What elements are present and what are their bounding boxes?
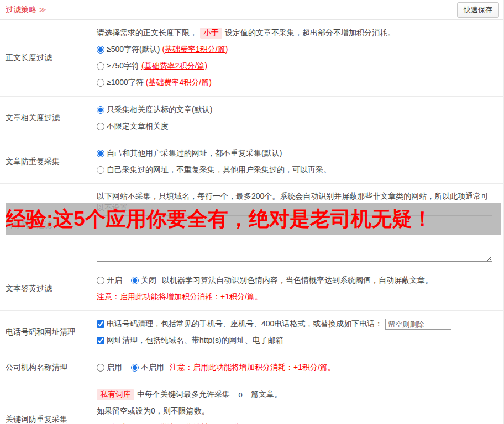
phone-clean-option[interactable]: 电话号码清理，包括常见的手机号、座机号、400电话格式，或替换成如下电话：	[97, 319, 382, 329]
row-dedup-filter: 文章防重复采集 自己和其他用户采集过的网址，都不重复采集(默认) 自己采集过的网…	[0, 140, 503, 184]
keyword-dedup-line1-text: 中每个关键词最多允许采集	[137, 390, 230, 400]
company-clean-note: 注意：启用此功能将增加积分消耗：+1积分/篇。	[170, 363, 335, 373]
less-than-tag: 小于	[200, 28, 222, 39]
url-clean-option[interactable]: 网址清理，包括纯域名、带http(s)的网址、电子邮箱	[97, 336, 284, 346]
porn-filter-note: 注意：启用此功能将增加积分消耗：+1积分/篇。	[97, 289, 498, 305]
relevance-radio-strict[interactable]	[97, 106, 104, 114]
dedup-option-global-label: 自己和其他用户采集过的网址，都不重复采集(默认)	[107, 149, 282, 158]
length-option-750[interactable]: ≥750字符 (基础费率2积分/篇)	[97, 58, 498, 75]
relevance-filter-label: 文章相关度过滤	[0, 97, 97, 140]
dedup-filter-content: 自己和其他用户采集过的网址，都不重复采集(默认) 自己采集过的网址，不重复采集，…	[97, 140, 503, 183]
porn-radio-on[interactable]	[97, 277, 104, 284]
porn-option-off-label: 关闭	[141, 275, 156, 285]
intro-prefix: 请选择需求的正文长度下限，	[97, 28, 197, 38]
row-keyword-dedup: 关键词防重复采集 私有词库 中每个关键词最多允许采集 篇文章。 如果留空或设为0…	[0, 381, 503, 424]
relevance-option-any[interactable]: 不限定文章相关度	[97, 118, 498, 135]
row-url-blacklist: 目标网址过滤 以下网站不采集，只填域名，每行一个，最多200个。系统会自动识别并…	[0, 184, 503, 267]
company-clean-label: 公司机构名称清理	[0, 354, 97, 381]
phone-clean-checkbox[interactable]	[97, 320, 104, 328]
length-option-1000-label: ≥1000字符	[107, 78, 144, 88]
ad-overlay-banner[interactable]: 经验:这5个应用你要全有，绝对是老司机无疑！	[6, 203, 501, 235]
company-clean-radio-enable[interactable]	[97, 364, 104, 372]
length-radio-750[interactable]	[97, 62, 104, 70]
company-clean-option-disable[interactable]: 不启用	[131, 363, 164, 373]
phone-url-clean-label: 电话号码和网址清理	[0, 311, 97, 354]
keyword-count-input[interactable]	[233, 390, 248, 400]
length-option-1000-fee: (基础费率4积分/篇)	[146, 78, 212, 88]
quick-save-button[interactable]: 快速保存	[457, 2, 499, 18]
page-title: 过滤策略 ≫	[6, 5, 46, 15]
dedup-filter-label: 文章防重复采集	[0, 140, 97, 183]
dedup-option-self-label: 自己采集过的网址，不重复采集，其他用户采集过的，可以再采。	[107, 165, 331, 175]
row-length-filter: 正文长度过滤 请选择需求的正文长度下限， 小于 设定值的文章不采集，超出部分不增…	[0, 20, 503, 97]
relevance-option-any-label: 不限定文章相关度	[107, 121, 169, 131]
company-clean-options: 启用 不启用 注意：启用此功能将增加积分消耗：+1积分/篇。	[97, 359, 498, 376]
length-option-1000[interactable]: ≥1000字符 (基础费率4积分/篇)	[97, 75, 498, 91]
length-filter-label: 正文长度过滤	[0, 20, 97, 96]
relevance-filter-content: 只采集相关度达标的文章(默认) 不限定文章相关度	[97, 97, 503, 140]
keyword-dedup-line1-suffix: 篇文章。	[251, 390, 282, 400]
company-clean-enable-label: 启用	[107, 363, 122, 373]
company-clean-radio-disable[interactable]	[131, 364, 139, 372]
length-radio-500[interactable]	[97, 46, 104, 54]
relevance-option-strict-label: 只采集相关度达标的文章(默认)	[107, 105, 212, 115]
dedup-radio-global[interactable]	[97, 150, 104, 157]
porn-radio-off[interactable]	[131, 277, 139, 284]
row-relevance-filter: 文章相关度过滤 只采集相关度达标的文章(默认) 不限定文章相关度	[0, 97, 503, 140]
dedup-option-self[interactable]: 自己采集过的网址，不重复采集，其他用户采集过的，可以再采。	[97, 162, 498, 178]
length-option-750-fee: (基础费率2积分/篇)	[141, 61, 207, 71]
url-clean-line: 网址清理，包括纯域名、带http(s)的网址、电子邮箱	[97, 332, 498, 349]
relevance-option-strict[interactable]: 只采集相关度达标的文章(默认)	[97, 102, 498, 118]
relevance-radio-any[interactable]	[97, 123, 104, 130]
keyword-dedup-label: 关键词防重复采集	[0, 381, 97, 424]
row-porn-filter: 文本鉴黄过滤 开启 关闭 以机器学习算法自动识别色情内容，当色情概率达到系统阈值…	[0, 267, 503, 311]
porn-filter-content: 开启 关闭 以机器学习算法自动识别色情内容，当色情概率达到系统阈值，自动屏蔽文章…	[97, 267, 503, 310]
company-clean-disable-label: 不启用	[141, 363, 164, 373]
company-clean-content: 启用 不启用 注意：启用此功能将增加积分消耗：+1积分/篇。	[97, 354, 503, 381]
length-option-500-fee: (基础费率1积分/篇)	[162, 45, 228, 55]
private-lexicon-tag: 私有词库	[97, 389, 134, 400]
porn-filter-label: 文本鉴黄过滤	[0, 267, 97, 310]
topbar: 过滤策略 ≫ 快速保存	[0, 0, 503, 20]
keyword-dedup-line2: 如果留空或设为0，则不限篇数。	[97, 403, 498, 420]
dedup-radio-self[interactable]	[97, 166, 104, 174]
length-option-500-label: ≥500字符(默认)	[107, 45, 160, 55]
row-company-clean: 公司机构名称清理 启用 不启用 注意：启用此功能将增加积分消耗：+1积分/篇。	[0, 354, 503, 381]
url-clean-checkbox[interactable]	[97, 337, 104, 344]
porn-filter-description: 以机器学习算法自动识别色情内容，当色情概率达到系统阈值，自动屏蔽文章。	[162, 275, 433, 285]
replacement-phone-input[interactable]	[385, 319, 452, 330]
ad-overlay-text: 经验:这5个应用你要全有，绝对是老司机无疑！	[6, 209, 433, 229]
phone-clean-text: 电话号码清理，包括常见的手机号、座机号、400电话格式，或替换成如下电话：	[107, 319, 382, 329]
keyword-dedup-line1: 私有词库 中每个关键词最多允许采集 篇文章。	[97, 386, 498, 403]
row-phone-url-clean: 电话号码和网址清理 电话号码清理，包括常见的手机号、座机号、400电话格式，或替…	[0, 311, 503, 354]
phone-clean-line: 电话号码清理，包括常见的手机号、座机号、400电话格式，或替换成如下电话：	[97, 316, 498, 332]
porn-option-on-label: 开启	[107, 275, 122, 285]
length-option-750-label: ≥750字符	[107, 61, 139, 71]
url-clean-text: 网址清理，包括纯域名、带http(s)的网址、电子邮箱	[107, 336, 284, 346]
phone-url-clean-content: 电话号码清理，包括常见的手机号、座机号、400电话格式，或替换成如下电话： 网址…	[97, 311, 503, 354]
keyword-dedup-line3: 如果设为1-4篇，则增加积分消耗：+2积分/篇。	[97, 420, 498, 424]
keyword-dedup-content: 私有词库 中每个关键词最多允许采集 篇文章。 如果留空或设为0，则不限篇数。 如…	[97, 381, 503, 424]
porn-filter-options: 开启 关闭 以机器学习算法自动识别色情内容，当色情概率达到系统阈值，自动屏蔽文章…	[97, 272, 498, 289]
length-filter-intro: 请选择需求的正文长度下限， 小于 设定值的文章不采集，超出部分不增加积分消耗。	[97, 25, 498, 41]
company-clean-option-enable[interactable]: 启用	[97, 363, 122, 373]
length-filter-content: 请选择需求的正文长度下限， 小于 设定值的文章不采集，超出部分不增加积分消耗。 …	[97, 20, 503, 96]
length-option-500[interactable]: ≥500字符(默认) (基础费率1积分/篇)	[97, 41, 498, 58]
filter-settings-page: 过滤策略 ≫ 快速保存 正文长度过滤 请选择需求的正文长度下限， 小于 设定值的…	[0, 0, 504, 424]
intro-suffix: 设定值的文章不采集，超出部分不增加积分消耗。	[225, 28, 395, 38]
porn-option-on[interactable]: 开启	[97, 275, 122, 285]
porn-option-off[interactable]: 关闭	[131, 275, 156, 285]
length-radio-1000[interactable]	[97, 79, 104, 87]
dedup-option-global[interactable]: 自己和其他用户采集过的网址，都不重复采集(默认)	[97, 145, 498, 162]
